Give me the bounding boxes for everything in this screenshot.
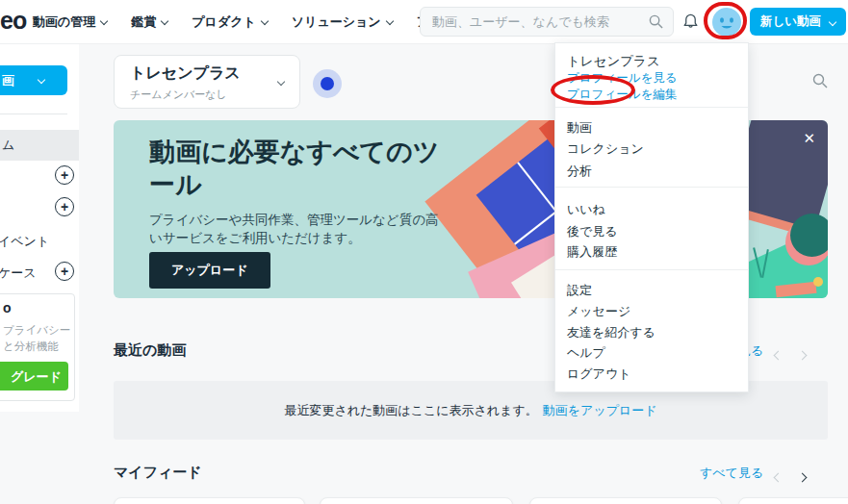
menu-item-watch-later[interactable]: 後で見る xyxy=(567,223,618,240)
recent-videos-title: 最近の動画 xyxy=(114,341,186,360)
new-video-label: 新しい動画 xyxy=(760,13,821,30)
feed-card[interactable] xyxy=(529,497,722,504)
chevron-down-icon xyxy=(829,17,836,25)
team-subtitle: チームメンバーなし xyxy=(130,88,227,102)
feed-card[interactable] xyxy=(114,497,305,504)
account-dropdown-menu: トレセンプラス プロフィールを見る プロフィールを編集 動画 コレクション 分析… xyxy=(554,42,749,392)
top-header: eo 動画の管理 鑑賞 プロダクト ソリューション アップグレード 新しい動画 xyxy=(0,0,848,44)
feed-next-arrow-icon[interactable] xyxy=(799,467,806,485)
add-plus-icon[interactable] xyxy=(55,262,74,281)
sidebar-item-home[interactable]: ム xyxy=(0,130,79,161)
sidebar-new-video-button[interactable]: 画 xyxy=(0,65,67,95)
menu-item-collections[interactable]: コレクション xyxy=(567,140,644,158)
notifications-bell-icon[interactable] xyxy=(681,13,700,31)
account-name: トレセンプラス xyxy=(567,53,660,70)
team-selector[interactable]: トレセンプラス チームメンバーなし xyxy=(114,55,300,109)
user-avatar[interactable] xyxy=(712,8,741,37)
pulse-dot-core xyxy=(321,77,334,90)
nav-item-label: プロダクト xyxy=(192,14,256,29)
upgrade-button-label: グレード xyxy=(11,368,62,386)
banner-close-icon[interactable]: ✕ xyxy=(803,130,815,147)
nav-item-product[interactable]: プロダクト xyxy=(192,13,268,31)
sidebar-new-video-label: 画 xyxy=(2,72,14,89)
promo-text-line2: と分析機能 xyxy=(3,340,59,354)
onboarding-pulse-dot[interactable] xyxy=(313,69,342,98)
chevron-down-icon xyxy=(261,17,269,25)
upgrade-promo-card: o プライバシー と分析機能 グレード xyxy=(0,293,75,401)
promo-text-line1: プライバシー xyxy=(3,323,70,338)
my-feed-title: マイフィード xyxy=(114,464,202,482)
add-plus-icon[interactable] xyxy=(55,197,74,216)
chevron-down-icon xyxy=(277,78,285,86)
upload-video-link[interactable]: 動画をアップロード xyxy=(543,402,657,419)
menu-item-logout[interactable]: ログアウト xyxy=(567,365,631,383)
global-search xyxy=(420,7,674,37)
feed-card[interactable] xyxy=(738,497,848,504)
menu-item-view-profile[interactable]: プロフィールを見る xyxy=(567,70,678,87)
banner-title: 動画に必要なすべてのツール xyxy=(149,136,457,201)
search-input[interactable] xyxy=(421,14,649,29)
team-name: トレセンプラス xyxy=(130,63,241,84)
chevron-down-icon xyxy=(38,76,45,84)
nav-item-manage-videos[interactable]: 動画の管理 xyxy=(33,13,107,31)
sidebar: 画 ム イベント ケース o プライバシー と分析機能 グレード xyxy=(0,44,79,504)
banner-description: プライバシーや共同作業、管理ツールなど質の高いサービスをご利用いただけます。 xyxy=(149,211,450,247)
add-plus-icon[interactable] xyxy=(55,165,74,185)
nav-item-label: ソリューション xyxy=(292,14,381,29)
nav-item-label: 動画の管理 xyxy=(33,14,95,29)
sidebar-item-live-events[interactable]: イベント xyxy=(0,233,49,250)
banner-upload-button[interactable]: アップロード xyxy=(149,252,270,289)
menu-item-videos[interactable]: 動画 xyxy=(567,119,592,137)
vimeo-logo-fragment[interactable]: eo xyxy=(0,7,26,35)
empty-state-text: 最近変更された動画はここに表示されます。 xyxy=(284,402,537,419)
my-feed-see-all-link[interactable]: すべて見る xyxy=(700,465,763,482)
menu-item-refer-friends[interactable]: 友達を紹介する xyxy=(567,324,655,341)
menu-item-analytics[interactable]: 分析 xyxy=(567,163,592,180)
search-icon[interactable] xyxy=(649,14,663,29)
upgrade-button[interactable]: グレード xyxy=(0,362,68,391)
new-video-button[interactable]: 新しい動画 xyxy=(750,8,846,36)
sidebar-bottom-area xyxy=(0,412,79,504)
menu-divider xyxy=(555,187,748,188)
sidebar-item-home-label: ム xyxy=(2,130,14,161)
menu-item-messages[interactable]: メッセージ xyxy=(567,303,630,320)
sidebar-divider xyxy=(0,113,67,114)
chevron-down-icon xyxy=(385,17,393,25)
menu-item-help[interactable]: ヘルプ xyxy=(567,344,605,362)
menu-item-purchases[interactable]: 購入履歴 xyxy=(567,243,617,261)
illustration-teal-ball xyxy=(790,214,828,257)
feed-card[interactable] xyxy=(320,497,513,504)
menu-item-likes[interactable]: いいね xyxy=(567,201,605,218)
nav-item-solutions[interactable]: ソリューション xyxy=(292,13,393,31)
chevron-down-icon xyxy=(100,17,108,25)
recent-next-arrow-icon[interactable] xyxy=(799,345,806,363)
illustration-yellow-ball xyxy=(813,277,823,287)
menu-divider xyxy=(555,269,748,270)
menu-item-edit-profile[interactable]: プロフィールを編集 xyxy=(567,87,677,103)
sidebar-item-showcase[interactable]: ケース xyxy=(0,265,37,282)
menu-divider xyxy=(555,107,748,108)
nav-item-label: 鑑賞 xyxy=(131,14,156,29)
promo-logo-fragment: o xyxy=(3,300,12,315)
nav-item-watch[interactable]: 鑑賞 xyxy=(131,13,167,31)
content-search-icon[interactable] xyxy=(812,73,828,88)
recent-prev-arrow-icon[interactable] xyxy=(775,345,782,363)
menu-item-settings[interactable]: 設定 xyxy=(567,282,592,299)
chevron-down-icon xyxy=(161,17,168,25)
feed-prev-arrow-icon[interactable] xyxy=(775,467,782,485)
